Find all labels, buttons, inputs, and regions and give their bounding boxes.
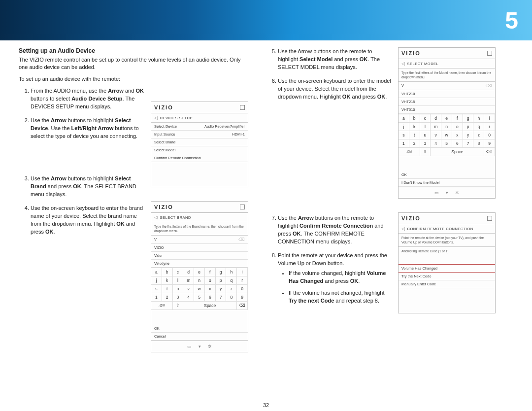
osd-select-brand: VIZIO ◁SELECT BRAND Type the first lette… — [151, 201, 248, 352]
osd-keyboard[interactable]: abcdefghi jklmnopqr stuvwxyz0 123456789 … — [151, 268, 248, 310]
bullet-volume-changed: If the volume changed, highlight Volume … — [289, 269, 387, 285]
header-bar: 5 — [0, 0, 532, 40]
osd-devices-setup: VIZIO ◁DEVICES SETUP Select DeviceAudio … — [151, 102, 248, 187]
step-8: Point the remote at your device and pres… — [278, 251, 391, 305]
step-5: Use the Arrow buttons on the remote to h… — [278, 47, 391, 71]
home-icon[interactable] — [487, 216, 492, 221]
osd-confirm-remote: VIZIO ◁CONFIRM REMOTE CONNECTION Point t… — [398, 212, 496, 313]
back-icon[interactable]: ◁ — [401, 61, 405, 66]
bullet-try-next: If the volume has not changed, highlight… — [289, 289, 387, 305]
section-title: Setting up an Audio Device — [19, 47, 250, 54]
step-2: Use the Arrow buttons to highlight Selec… — [31, 116, 144, 140]
page-number: 32 — [263, 402, 269, 408]
osd-footer-icons: ▭▾✲ — [151, 341, 248, 352]
intro-text: The VIZIO remote control can be set up t… — [19, 56, 250, 71]
steps-list-left: From the AUDIO menu, use the Arrow and O… — [19, 87, 144, 236]
back-icon[interactable]: ◁ — [154, 115, 158, 120]
chapter-number: 5 — [505, 7, 518, 34]
home-icon[interactable] — [240, 105, 245, 110]
home-icon[interactable] — [240, 205, 245, 209]
osd-brand: VIZIO — [154, 104, 173, 110]
home-icon[interactable] — [487, 51, 492, 56]
step-7: Use the Arrow buttons on the remote to h… — [278, 214, 391, 245]
clear-icon[interactable]: ⌫ — [486, 83, 492, 88]
osd-footer-icons: ▭▾✲ — [399, 187, 495, 198]
step-3: Use the Arrow buttons to highlight Selec… — [31, 174, 144, 198]
lead-text: To set up an audio device with the remot… — [19, 76, 250, 82]
step-4: Use the on-screen keyboard to enter the … — [31, 204, 144, 236]
clear-icon[interactable]: ⌫ — [238, 237, 245, 242]
back-icon[interactable]: ◁ — [154, 215, 158, 220]
osd-select-model: VIZIO ◁SELECT MODEL Type the first lette… — [398, 47, 496, 199]
step-1: From the AUDIO menu, use the Arrow and O… — [31, 87, 144, 110]
step-6: Use the on-screen keyboard to enter the … — [278, 77, 391, 101]
osd-keyboard[interactable]: abcdefghi jklmnopqr stuvwxyz0 123456789 … — [399, 114, 495, 156]
steps-list-right: Use the Arrow buttons on the remote to h… — [266, 47, 391, 305]
back-icon[interactable]: ◁ — [401, 226, 405, 231]
